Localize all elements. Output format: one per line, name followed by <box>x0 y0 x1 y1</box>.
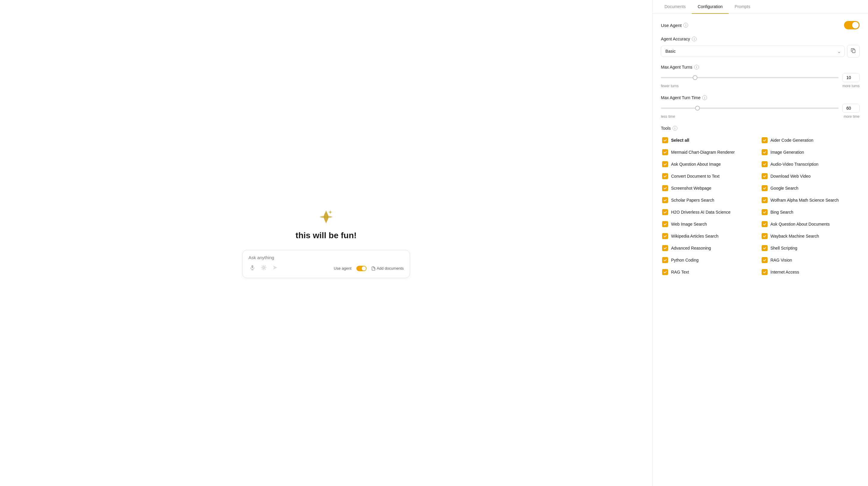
copy-button[interactable] <box>847 45 860 58</box>
tool-label-convert-doc: Convert Document to Text <box>671 174 720 179</box>
tool-item-bing[interactable]: Bing Search <box>761 206 860 218</box>
send-button[interactable] <box>271 264 279 273</box>
max-agent-turns-input-wrapper <box>842 73 860 82</box>
tool-item-google-search[interactable]: Google Search <box>761 182 860 194</box>
checkbox-h2o[interactable] <box>662 209 668 215</box>
tool-item-wayback[interactable]: Wayback Machine Search <box>761 230 860 242</box>
checkbox-convert-doc[interactable] <box>662 173 668 179</box>
tool-item-web-image[interactable]: Web Image Search <box>661 218 761 230</box>
checkbox-advanced-reasoning[interactable] <box>662 245 668 251</box>
max-agent-turn-time-slider[interactable] <box>661 107 839 109</box>
tabs: Documents Configuration Prompts <box>652 0 868 14</box>
agent-accuracy-section: Agent Accuracy i <box>661 37 860 41</box>
max-agent-turn-time-input[interactable] <box>842 104 859 112</box>
left-panel: this will be fun! <box>0 0 652 486</box>
checkbox-wayback[interactable] <box>762 233 768 239</box>
tool-label-internet: Internet Access <box>771 270 799 274</box>
tool-label-ask-image: Ask Question About Image <box>671 162 721 167</box>
use-agent-row-label: Use Agent i <box>661 23 688 28</box>
checkbox-download-video[interactable] <box>762 173 768 179</box>
tool-item-ask-docs[interactable]: Ask Question About Documents <box>761 218 860 230</box>
max-agent-turns-slider[interactable] <box>661 77 839 78</box>
checkbox-shell[interactable] <box>762 245 768 251</box>
tool-item-aider[interactable]: Aider Code Generation <box>761 134 860 146</box>
use-agent-info-icon[interactable]: i <box>683 23 688 28</box>
tool-item-rag-text[interactable]: RAG Text <box>661 266 761 278</box>
checkbox-aider[interactable] <box>762 137 768 143</box>
add-documents-button[interactable]: Add documents <box>371 266 404 270</box>
max-agent-turns-info-icon[interactable]: i <box>694 65 699 69</box>
right-panel: Documents Configuration Prompts Use Agen… <box>652 0 868 486</box>
tab-documents[interactable]: Documents <box>658 0 692 14</box>
tool-label-google-search: Google Search <box>771 186 799 191</box>
checkbox-scholar[interactable] <box>662 197 668 203</box>
tool-label-audio-video: Audio-Video Transcription <box>771 162 818 167</box>
tool-item-download-video[interactable]: Download Web Video <box>761 170 860 182</box>
agent-accuracy-info-icon[interactable]: i <box>692 37 696 41</box>
checkbox-bing[interactable] <box>762 209 768 215</box>
checkbox-image-gen[interactable] <box>762 149 768 155</box>
sparkle-icon <box>317 208 335 226</box>
tool-label-scholar: Scholar Papers Search <box>671 198 714 202</box>
tool-item-select-all[interactable]: Select all <box>661 134 761 146</box>
max-agent-turns-input[interactable] <box>842 73 859 82</box>
checkbox-rag-vision[interactable] <box>762 257 768 263</box>
tool-label-aider: Aider Code Generation <box>771 138 813 142</box>
checkbox-mermaid[interactable] <box>662 149 668 155</box>
add-docs-label: Add documents <box>377 266 404 270</box>
tools-grid: Select all Aider Code Generation Mermaid… <box>661 134 860 278</box>
tool-label-select-all: Select all <box>671 138 689 142</box>
checkbox-ask-image[interactable] <box>662 161 668 167</box>
tool-item-wolfram[interactable]: Wolfram Alpha Math Science Search <box>761 194 860 206</box>
use-agent-label: Use agent <box>334 266 351 270</box>
max-agent-turn-time-input-wrapper <box>842 104 860 113</box>
svg-rect-5 <box>852 50 855 53</box>
agent-accuracy-select[interactable]: Basic Advanced Expert <box>661 45 845 57</box>
max-agent-turn-time-section: Max Agent Turn Time i less time more tim… <box>661 95 860 119</box>
tool-item-shell[interactable]: Shell Scripting <box>761 242 860 254</box>
chat-icons-left <box>248 264 279 273</box>
svg-point-4 <box>263 267 265 268</box>
chat-input[interactable] <box>248 255 404 260</box>
checkbox-audio-video[interactable] <box>762 161 768 167</box>
checkbox-rag-text[interactable] <box>662 269 668 275</box>
max-agent-turn-time-labels: less time more time <box>661 115 860 119</box>
max-agent-turn-time-info-icon[interactable]: i <box>702 95 707 100</box>
max-agent-turns-labels: fewer turns more turns <box>661 84 860 88</box>
tool-item-advanced-reasoning[interactable]: Advanced Reasoning <box>661 242 761 254</box>
checkbox-ask-docs[interactable] <box>762 221 768 227</box>
tool-item-scholar[interactable]: Scholar Papers Search <box>661 194 761 206</box>
tool-item-h2o[interactable]: H2O Driverless AI Data Science <box>661 206 761 218</box>
tool-item-wikipedia[interactable]: Wikipedia Articles Search <box>661 230 761 242</box>
checkbox-wikipedia[interactable] <box>662 233 668 239</box>
tool-label-wikipedia: Wikipedia Articles Search <box>671 234 718 238</box>
tool-label-bing: Bing Search <box>771 210 794 215</box>
checkbox-select-all[interactable] <box>662 137 668 143</box>
tool-label-rag-text: RAG Text <box>671 270 689 274</box>
checkbox-web-image[interactable] <box>662 221 668 227</box>
tool-item-screenshot[interactable]: Screenshot Webpage <box>661 182 761 194</box>
tool-item-ask-image[interactable]: Ask Question About Image <box>661 158 761 170</box>
checkbox-internet[interactable] <box>762 269 768 275</box>
microphone-button[interactable] <box>248 264 256 273</box>
tool-label-wolfram: Wolfram Alpha Math Science Search <box>771 198 839 202</box>
tool-item-rag-vision[interactable]: RAG Vision <box>761 254 860 266</box>
settings-button[interactable] <box>260 264 268 273</box>
checkbox-wolfram[interactable] <box>762 197 768 203</box>
tool-item-python[interactable]: Python Coding <box>661 254 761 266</box>
checkbox-google-search[interactable] <box>762 185 768 191</box>
tool-item-image-gen[interactable]: Image Generation <box>761 146 860 158</box>
tool-label-advanced-reasoning: Advanced Reasoning <box>671 246 711 251</box>
tools-info-icon[interactable]: i <box>673 126 677 131</box>
tool-item-internet[interactable]: Internet Access <box>761 266 860 278</box>
use-agent-toggle[interactable] <box>356 266 367 271</box>
tool-item-convert-doc[interactable]: Convert Document to Text <box>661 170 761 182</box>
max-agent-turns-slider-wrapper <box>661 73 860 82</box>
tab-configuration[interactable]: Configuration <box>692 0 728 14</box>
checkbox-screenshot[interactable] <box>662 185 668 191</box>
tool-item-mermaid[interactable]: Mermaid Chart-Diagram Renderer <box>661 146 761 158</box>
use-agent-toggle-large[interactable] <box>844 21 860 29</box>
tool-item-audio-video[interactable]: Audio-Video Transcription <box>761 158 860 170</box>
tab-prompts[interactable]: Prompts <box>728 0 756 14</box>
checkbox-python[interactable] <box>662 257 668 263</box>
